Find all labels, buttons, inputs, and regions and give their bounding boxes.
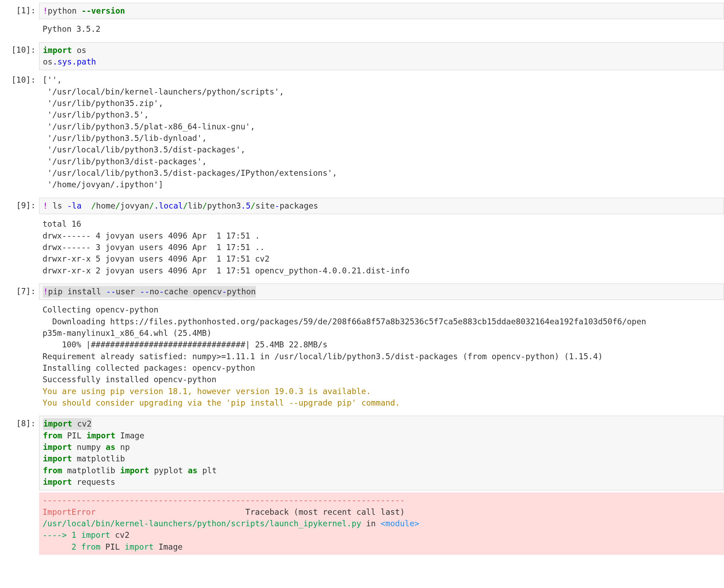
cell-prompt — [0, 216, 39, 220]
output-cell: Python 3.5.2 — [0, 21, 724, 37]
cell-prompt: [10]: — [0, 72, 39, 88]
stdout-output: Collecting opencv-python Downloading htt… — [39, 302, 724, 411]
output-cell: total 16 drwx------ 4 jovyan users 4096 … — [0, 216, 724, 279]
cell-prompt: [7]: — [0, 284, 39, 299]
cell-prompt — [0, 21, 39, 25]
code-input[interactable]: import cv2 from PIL import Image import … — [39, 416, 724, 490]
code-input[interactable]: import os os.sys.path — [39, 42, 724, 70]
cell-prompt — [0, 302, 39, 306]
stdout-output: total 16 drwx------ 4 jovyan users 4096 … — [39, 216, 724, 279]
execute-result: ['', '/usr/local/bin/kernel-launchers/py… — [39, 72, 724, 193]
code-input[interactable]: !python --version — [39, 3, 724, 19]
code-cell[interactable]: [10]: import os os.sys.path — [0, 42, 724, 70]
code-cell[interactable]: [7]: !pip install --user --no-cache open… — [0, 284, 724, 300]
output-cell: Collecting opencv-python Downloading htt… — [0, 302, 724, 411]
error-output-cell: ----------------------------------------… — [0, 492, 724, 555]
code-input[interactable]: !pip install --user --no-cache opencv-py… — [39, 284, 724, 300]
code-cell[interactable]: [8]: import cv2 from PIL import Image im… — [0, 416, 724, 490]
cell-prompt: [8]: — [0, 416, 39, 431]
cell-prompt: [10]: — [0, 42, 39, 58]
notebook-page: [1]: !python --version Python 3.5.2 [10]… — [0, 0, 724, 555]
code-cell[interactable]: [1]: !python --version — [0, 3, 724, 19]
code-cell[interactable]: [9]: ! ls -la /home/jovyan/.local/lib/py… — [0, 198, 724, 214]
stdout-output: Python 3.5.2 — [39, 21, 724, 37]
cell-prompt — [0, 492, 39, 497]
cell-prompt: [9]: — [0, 198, 39, 213]
traceback-output: ----------------------------------------… — [39, 492, 724, 555]
output-cell: [10]: ['', '/usr/local/bin/kernel-launch… — [0, 72, 724, 193]
code-input[interactable]: ! ls -la /home/jovyan/.local/lib/python3… — [39, 198, 724, 214]
cell-prompt: [1]: — [0, 3, 39, 18]
